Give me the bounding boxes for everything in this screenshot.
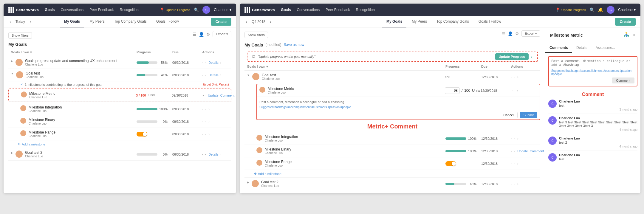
- arrow-m2[interactable]: ›: [208, 107, 210, 111]
- dots-1[interactable]: ···: [202, 61, 207, 64]
- rp-tab-details[interactable]: Details: [572, 43, 592, 53]
- dots-3[interactable]: ···: [202, 153, 207, 156]
- nav-goals[interactable]: Goals: [45, 8, 55, 12]
- list-icon-right[interactable]: ☰: [501, 31, 505, 36]
- nav-conversations[interactable]: Conversations: [61, 8, 83, 12]
- user-name-left[interactable]: Charlene ▾: [214, 8, 231, 12]
- show-filters-right[interactable]: Show filters: [244, 32, 268, 38]
- forward-arrow-left[interactable]: ›: [29, 18, 32, 25]
- arrow-rm4[interactable]: ›: [517, 162, 518, 165]
- grid-view-icon-left[interactable]: 👤: [199, 32, 204, 37]
- comment-link-r[interactable]: Comment: [530, 149, 544, 153]
- nav-recognition[interactable]: Recognition: [120, 8, 139, 12]
- dots-rm1[interactable]: ···: [510, 89, 515, 92]
- arrow-rm1[interactable]: ›: [517, 89, 518, 92]
- settings-icon-right[interactable]: ⚙: [515, 31, 519, 36]
- milestone-binary-progress-r: 100%: [445, 149, 481, 153]
- comment-textarea[interactable]: [551, 59, 634, 67]
- comment-link-1[interactable]: Comment: [220, 94, 235, 97]
- update-progress-right[interactable]: 📍 Update Progress: [555, 7, 586, 12]
- expand-3[interactable]: ▶: [11, 151, 13, 154]
- milestone-dots-1[interactable]: ···: [202, 94, 206, 97]
- arrow-r1[interactable]: ›: [517, 75, 518, 79]
- tab-company-goals-right[interactable]: Top Company Goals: [432, 16, 473, 27]
- dots-r2[interactable]: ···: [511, 182, 515, 186]
- arrow-r2[interactable]: ›: [517, 182, 518, 186]
- dots-rm2[interactable]: ···: [511, 137, 515, 140]
- dots-m4[interactable]: ···: [202, 132, 207, 136]
- tab-my-goals-left[interactable]: My Goals: [60, 16, 84, 27]
- nav-conversations-right[interactable]: Conversations: [297, 8, 320, 12]
- metric-compose-area: Suggested hashtags #accomplishment #cust…: [257, 97, 540, 111]
- arrow-1[interactable]: ›: [220, 61, 222, 64]
- back-arrow-right[interactable]: ‹: [244, 18, 248, 25]
- expand-r2[interactable]: ▶: [247, 181, 249, 184]
- update-link-r[interactable]: Update: [517, 149, 528, 153]
- comment-submit-btn[interactable]: Comment: [612, 77, 634, 83]
- create-btn-left[interactable]: Create: [211, 18, 231, 26]
- bell-icon-right[interactable]: 🔔: [598, 7, 603, 12]
- update-arrow-right[interactable]: ›: [531, 54, 532, 59]
- col-goals-own[interactable]: Goals I own ▾: [11, 50, 137, 54]
- save-as-new[interactable]: Save as new: [284, 43, 304, 47]
- tab-goals-follow-right[interactable]: Goals I Follow: [474, 16, 505, 27]
- expand-1[interactable]: ▶: [11, 59, 13, 63]
- metric-value-input[interactable]: [445, 87, 460, 94]
- tab-my-peers-left[interactable]: My Peers: [85, 16, 109, 27]
- details-link-1[interactable]: Details: [208, 61, 219, 64]
- nav-recognition-right[interactable]: Recognition: [356, 8, 375, 12]
- rp-tab-comments[interactable]: Comments: [545, 43, 572, 53]
- toggle-range-r[interactable]: [445, 161, 456, 166]
- forward-arrow-right[interactable]: ›: [269, 18, 273, 25]
- tab-company-goals-left[interactable]: Top Company Goals: [110, 16, 151, 27]
- nav-peer-feedback[interactable]: Peer Feedback: [89, 8, 114, 12]
- close-side-panel[interactable]: ×: [633, 32, 636, 38]
- export-btn-right[interactable]: Export ▾: [521, 30, 540, 37]
- arrow-rm2[interactable]: ›: [517, 137, 518, 140]
- metric-comment-input[interactable]: [259, 100, 537, 104]
- nav-goals-right[interactable]: Goals: [281, 8, 291, 12]
- settings-icon-left[interactable]: ⚙: [206, 32, 210, 37]
- details-link-3[interactable]: Details: [208, 153, 219, 156]
- back-arrow-left[interactable]: ‹: [8, 18, 12, 25]
- rp-tab-assessment[interactable]: Assessme...: [592, 43, 619, 53]
- col-goals-own-r[interactable]: Goals I own ▾: [247, 65, 445, 69]
- arrow-2[interactable]: ›: [220, 73, 222, 77]
- update-progress-left[interactable]: 📍 Update Progress: [160, 7, 191, 12]
- export-btn-left[interactable]: Export ▾: [213, 31, 231, 37]
- list-icon-left[interactable]: ☰: [193, 32, 196, 37]
- actions-r1: ··· ›: [511, 75, 538, 79]
- tab-my-peers-right[interactable]: My Peers: [408, 16, 431, 27]
- search-icon-left[interactable]: 🔍: [194, 7, 199, 12]
- dots-m2[interactable]: ···: [202, 107, 207, 111]
- expand-r1[interactable]: ▼: [247, 74, 250, 77]
- tab-goals-follow-left[interactable]: Goals I Follow: [152, 16, 183, 27]
- user-name-right[interactable]: Charlene ▾: [618, 8, 636, 12]
- details-link-2[interactable]: Details: [208, 73, 219, 77]
- show-filters-left[interactable]: Show filters: [8, 32, 32, 39]
- tab-my-goals-right[interactable]: My Goals: [382, 16, 406, 27]
- add-milestone-right[interactable]: ⊕ Add a milestone: [244, 170, 540, 178]
- arrow-3[interactable]: ›: [220, 153, 222, 156]
- arrow-m3[interactable]: ›: [208, 120, 210, 123]
- create-btn-right[interactable]: Create: [615, 18, 636, 26]
- comment-text-2: test 3 test 3test 3test 3test 3test 3tes…: [559, 120, 637, 128]
- dots-2[interactable]: ···: [202, 73, 207, 77]
- expand-2[interactable]: ▼: [11, 72, 14, 75]
- cancel-btn[interactable]: Cancel: [500, 112, 518, 118]
- add-milestone-left[interactable]: ⊕ Add a milestone: [8, 140, 231, 148]
- dots-rm3[interactable]: ···: [511, 149, 515, 153]
- search-icon-right[interactable]: 🔍: [589, 7, 595, 12]
- update-progress-btn[interactable]: Update Progress: [495, 53, 529, 60]
- dots-m3[interactable]: ···: [202, 120, 207, 123]
- arrow-m4[interactable]: ›: [208, 132, 210, 136]
- submit-btn[interactable]: Submit: [520, 112, 537, 118]
- grid-view-icon-right[interactable]: 👤: [508, 31, 513, 36]
- dots-rm4[interactable]: ···: [511, 162, 515, 165]
- nav-peer-feedback-right[interactable]: Peer Feedback: [326, 8, 350, 12]
- comment-compose-area: Suggested hashtags #accomplishment #cust…: [548, 56, 637, 86]
- toggle-range[interactable]: [137, 132, 147, 137]
- milestone-metric-dashed-r: Milestone Metric Charlene Luo / 100 Unit…: [256, 84, 540, 120]
- dots-r1[interactable]: ···: [511, 75, 515, 79]
- update-link-1[interactable]: Update: [208, 94, 218, 97]
